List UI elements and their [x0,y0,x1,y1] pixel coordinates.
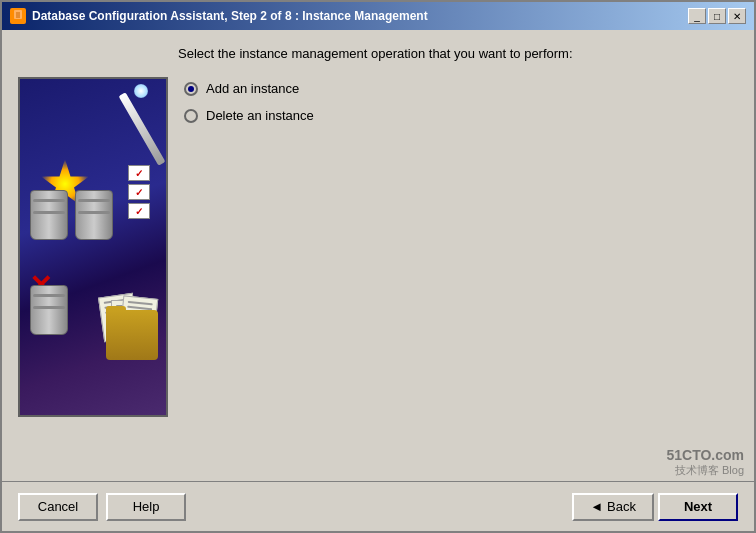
window-title: Database Configuration Assistant, Step 2… [32,9,428,23]
footer-right: ◄ Back Next [572,493,738,521]
add-instance-option[interactable]: Add an instance [184,81,738,96]
wand-tip-glow [134,84,148,98]
content-area: Select the instance management operation… [2,30,754,481]
window-icon [10,8,26,24]
barrel-3 [30,285,68,335]
close-button[interactable]: ✕ [728,8,746,24]
help-button[interactable]: Help [106,493,186,521]
back-arrow-icon: ◄ [590,499,603,514]
footer-left: Cancel Help [18,493,186,521]
delete-instance-label: Delete an instance [206,108,314,123]
illustration-panel: ✓ ✓ ✓ ✕ [18,77,168,417]
barrel-2 [75,190,113,240]
folder [101,295,161,360]
add-instance-radio[interactable] [184,82,198,96]
barrel-1 [30,190,68,240]
radio-dot-selected [188,86,194,92]
cancel-button[interactable]: Cancel [18,493,98,521]
delete-instance-option[interactable]: Delete an instance [184,108,738,123]
options-panel: Add an instance Delete an instance [184,77,738,465]
next-button[interactable]: Next [658,493,738,521]
main-section: ✓ ✓ ✓ ✕ [18,77,738,465]
folder-back [106,310,158,360]
check-item-2: ✓ [128,184,150,200]
title-buttons: _ □ ✕ [688,8,746,24]
instruction-text: Select the instance management operation… [178,46,738,61]
delete-instance-radio[interactable] [184,109,198,123]
add-instance-label: Add an instance [206,81,299,96]
title-bar: Database Configuration Assistant, Step 2… [2,2,754,30]
main-window: Database Configuration Assistant, Step 2… [0,0,756,533]
back-button[interactable]: ◄ Back [572,493,654,521]
check-item-3: ✓ [128,203,150,219]
minimize-button[interactable]: _ [688,8,706,24]
maximize-button[interactable]: □ [708,8,726,24]
footer: Cancel Help ◄ Back Next [2,481,754,531]
magic-wand [119,92,166,165]
back-label: Back [607,499,636,514]
check-item-1: ✓ [128,165,150,181]
checkmark-boxes: ✓ ✓ ✓ [128,165,156,225]
title-bar-left: Database Configuration Assistant, Step 2… [10,8,428,24]
